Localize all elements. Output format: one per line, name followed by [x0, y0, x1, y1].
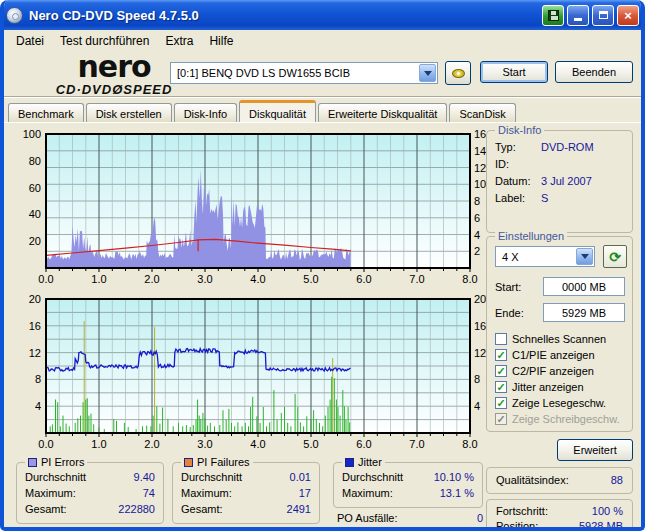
disk-id-label: ID:: [495, 158, 541, 170]
advanced-button[interactable]: Erweitert: [557, 439, 633, 461]
start-position-input[interactable]: [543, 277, 625, 296]
quit-button[interactable]: Beenden: [555, 61, 633, 83]
stat-row: Gesamt: 2491: [181, 503, 311, 515]
disk-datum-value: 3 Jul 2007: [541, 175, 592, 187]
progress-box: Fortschritt: 100 % Position: 5928 MB Ges…: [486, 499, 633, 531]
svg-text:12: 12: [474, 162, 486, 174]
quality-index-box: Qualitätsindex: 88: [486, 467, 633, 494]
disk-datum-label: Datum:: [495, 175, 541, 187]
checkbox-c2-pif[interactable]: C2/PIF anzeigen: [495, 364, 594, 377]
checkbox-read-speed[interactable]: Zeige Lesegeschw.: [495, 396, 606, 409]
stat-label: Maximum:: [342, 487, 393, 499]
refresh-speed-button[interactable]: ⟳: [603, 245, 627, 268]
menu-hilfe[interactable]: Hilfe: [201, 32, 241, 50]
stat-label: Gesamt:: [181, 503, 223, 515]
speed-select-value: 4 X: [502, 251, 519, 263]
position-row: Position: 5928 MB: [496, 520, 623, 531]
tab-disk-erstellen[interactable]: Disk erstellen: [86, 103, 172, 122]
stat-row: Maximum: 17: [181, 487, 311, 499]
jitter-box: Jitter Durchschnitt 10.10 % Maximum: 13.…: [333, 462, 483, 508]
checkbox-fast-scan[interactable]: Schnelles Scannen: [495, 332, 606, 345]
svg-text:2: 2: [474, 245, 480, 257]
end-position-input[interactable]: [543, 303, 625, 322]
tab-content-edge: [4, 122, 641, 123]
stat-label: Maximum:: [25, 487, 76, 499]
disc-icon: [452, 69, 465, 78]
tab-disk-info[interactable]: Disk-Info: [174, 103, 237, 122]
eject-disc-button[interactable]: [445, 61, 471, 85]
tab-benchmark[interactable]: Benchmark: [8, 103, 84, 122]
advanced-button-label: Erweitert: [573, 444, 616, 456]
checkbox-write-speed[interactable]: Zeige Schreibgeschw.: [495, 412, 620, 425]
start-button-label: Start: [502, 66, 525, 78]
checkbox-jitter[interactable]: Jitter anzeigen: [495, 380, 584, 393]
disk-label-label: Label:: [495, 192, 541, 204]
stat-value: 222880: [118, 503, 155, 515]
po-failures-row: PO Ausfälle: 0: [337, 512, 483, 524]
svg-text:8.0: 8.0: [462, 273, 477, 285]
start-field-label: Start:: [495, 281, 543, 293]
speed-select[interactable]: 4 X: [495, 246, 595, 267]
tab-erweiterte-diskqualitaet[interactable]: Erweiterte Diskqualität: [318, 103, 447, 122]
checkbox-icon: [495, 381, 507, 393]
quality-index-label: Qualitätsindex:: [496, 474, 569, 486]
svg-text:12: 12: [29, 347, 41, 359]
start-field-row: Start:: [495, 277, 625, 296]
maximize-button[interactable]: [592, 5, 614, 26]
svg-text:6: 6: [474, 212, 480, 224]
app-window: Nero CD-DVD Speed 4.7.5.0 × Datei Test d…: [0, 0, 645, 531]
jitter-legend-icon: [345, 458, 354, 467]
svg-text:4: 4: [474, 400, 480, 412]
checkbox-label: C2/PIF anzeigen: [512, 365, 594, 377]
svg-text:12: 12: [474, 347, 486, 359]
settings-group: Einstellungen 4 X ⟳ Start: Ende: Schnell…: [486, 236, 633, 432]
svg-text:20: 20: [29, 235, 41, 247]
stat-label: Durchschnitt: [181, 471, 242, 483]
drive-select-arrow[interactable]: [419, 64, 436, 82]
window-title: Nero CD-DVD Speed 4.7.5.0: [29, 8, 539, 23]
checkbox-c1-pie[interactable]: C1/PIE anzeigen: [495, 348, 595, 361]
stat-value: 74: [143, 487, 155, 499]
menu-datei[interactable]: Datei: [8, 32, 52, 50]
drive-select-value: [0:1] BENQ DVD LS DW1655 BCIB: [177, 67, 350, 79]
disk-id-row: ID:: [495, 158, 624, 170]
tab-scandisk[interactable]: ScanDisk: [449, 103, 515, 122]
stat-value: 13.1 %: [440, 487, 474, 499]
tab-diskqualitaet[interactable]: Diskqualität: [239, 100, 316, 122]
speed-select-arrow[interactable]: [576, 248, 593, 265]
jitter-chart: 0.01.02.03.04.05.06.07.08.02016128420161…: [8, 291, 486, 455]
svg-text:14: 14: [474, 145, 486, 157]
screenshot-button[interactable]: [542, 5, 564, 26]
svg-text:60: 60: [29, 182, 41, 194]
po-failures-value: 0: [477, 512, 483, 524]
menu-extra[interactable]: Extra: [157, 32, 201, 50]
stat-value: 17: [299, 487, 311, 499]
checkbox-icon: [495, 397, 507, 409]
pi-errors-chart: 0.01.02.03.04.05.06.07.08.01008060402016…: [8, 126, 486, 290]
svg-text:20: 20: [474, 293, 486, 305]
refresh-icon: ⟳: [609, 249, 621, 265]
checkbox-label: Zeige Schreibgeschw.: [512, 413, 620, 425]
svg-text:6.0: 6.0: [356, 273, 371, 285]
svg-text:8: 8: [474, 195, 480, 207]
drive-select[interactable]: [0:1] BENQ DVD LS DW1655 BCIB: [170, 62, 438, 84]
disk-info-title: Disk-Info: [495, 124, 544, 136]
svg-text:1.0: 1.0: [91, 273, 106, 285]
menu-test-durchfuehren[interactable]: Test durchführen: [52, 32, 157, 50]
minimize-button[interactable]: [567, 5, 589, 26]
stat-label: Durchschnitt: [342, 471, 403, 483]
stat-value: 2491: [287, 503, 311, 515]
start-button[interactable]: Start: [480, 61, 548, 83]
disk-label-value: S: [541, 192, 548, 204]
svg-text:7.0: 7.0: [409, 438, 424, 450]
minimize-icon: [574, 18, 582, 21]
checkbox-icon: [495, 333, 507, 345]
checkbox-label: C1/PIE anzeigen: [512, 349, 595, 361]
quality-index-row: Qualitätsindex: 88: [496, 474, 623, 486]
close-button[interactable]: ×: [617, 5, 639, 26]
checkbox-label: Jitter anzeigen: [512, 381, 584, 393]
disk-datum-row: Datum: 3 Jul 2007: [495, 175, 624, 187]
title-bar[interactable]: Nero CD-DVD Speed 4.7.5.0 ×: [0, 0, 645, 30]
disk-info-group: Disk-Info Typ: DVD-ROM ID: Datum: 3 Jul …: [486, 130, 633, 233]
disk-typ-label: Typ:: [495, 141, 541, 153]
